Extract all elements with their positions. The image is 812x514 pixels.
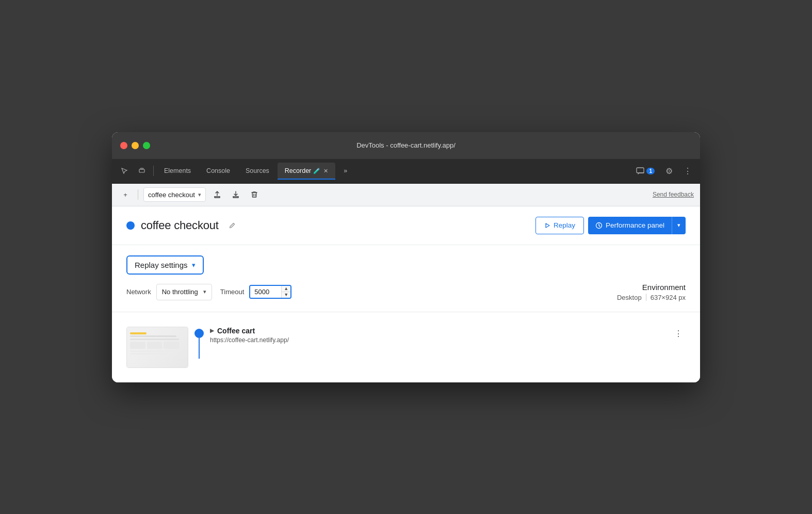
cursor-icon[interactable] — [116, 163, 133, 179]
recording-header: coffee checkout Replay — [112, 206, 700, 245]
timeout-increment-button[interactable]: ▲ — [282, 286, 290, 292]
step-more-button[interactable]: ⋮ — [671, 327, 686, 341]
performance-panel-main-button[interactable]: Performance panel — [588, 217, 672, 234]
traffic-lights — [120, 142, 150, 149]
toolbar-separator — [138, 189, 138, 200]
flask-icon: 🧪 — [313, 168, 320, 174]
timeout-settings-group: Timeout ▲ ▼ — [220, 285, 291, 299]
step-content: ▶ Coffee cart https://coffee-cart.netlif… — [210, 327, 665, 344]
tab-sources[interactable]: Sources — [238, 163, 277, 179]
send-feedback-link[interactable]: Send feedback — [653, 191, 694, 198]
tab-right-actions: 1 ⚙ ⋮ — [632, 163, 696, 179]
timeout-input[interactable] — [250, 286, 281, 298]
tab-recorder[interactable]: Recorder 🧪 ✕ — [278, 163, 335, 179]
replay-settings-toggle[interactable]: Replay settings ▾ — [126, 255, 204, 275]
svg-rect-1 — [140, 168, 143, 169]
main-content: coffee checkout Replay — [112, 206, 700, 382]
chat-badge-button[interactable]: 1 — [632, 165, 659, 177]
timeout-spinners: ▲ ▼ — [281, 286, 290, 298]
thumbnail-inner — [127, 327, 188, 367]
network-throttling-select[interactable]: No throttling ▾ — [156, 284, 212, 300]
edit-title-button[interactable] — [225, 218, 239, 233]
step-expand-icon[interactable]: ▶ — [210, 328, 214, 333]
recording-name-text: coffee checkout — [148, 191, 195, 199]
export-button[interactable] — [210, 187, 224, 202]
chevron-down-icon: ▾ — [203, 288, 206, 295]
environment-details: Desktop 637×924 px — [617, 294, 686, 301]
minimize-button[interactable] — [132, 142, 139, 149]
svg-rect-2 — [637, 168, 644, 173]
recording-title: coffee checkout — [141, 219, 219, 232]
header-right-actions: Replay Performance panel ▾ — [535, 217, 686, 234]
tab-close-icon[interactable]: ✕ — [323, 168, 328, 174]
chevron-down-icon: ▾ — [198, 191, 201, 198]
step-dot — [194, 329, 204, 338]
settings-icon[interactable]: ⚙ — [661, 163, 677, 179]
timeout-input-wrapper: ▲ ▼ — [249, 285, 291, 299]
import-button[interactable] — [229, 187, 243, 202]
environment-group: Environment Desktop 637×924 px — [617, 283, 686, 301]
layers-icon[interactable] — [134, 163, 150, 179]
devtools-window: DevTools - coffee-cart.netlify.app/ Elem… — [112, 132, 700, 382]
environment-device: Desktop — [617, 294, 642, 301]
chevron-down-icon: ▾ — [677, 222, 680, 229]
step-url: https://coffee-cart.netlify.app/ — [210, 336, 665, 344]
window-title: DevTools - coffee-cart.netlify.app/ — [356, 141, 456, 149]
performance-panel-button-group: Performance panel ▾ — [588, 217, 686, 234]
tab-more-button[interactable]: » — [336, 163, 354, 179]
step-connector — [194, 327, 204, 359]
step-thumbnail — [126, 327, 188, 368]
step-line — [199, 338, 200, 359]
delete-button[interactable] — [247, 187, 262, 202]
settings-row: Network No throttling ▾ Timeout ▲ ▼ — [126, 283, 686, 301]
network-label: Network — [126, 288, 151, 296]
env-separator — [646, 294, 646, 301]
toolbar: + coffee checkout ▾ — [112, 184, 700, 206]
recording-status-dot — [126, 221, 135, 230]
recording-selector[interactable]: coffee checkout ▾ — [143, 187, 206, 202]
environment-resolution: 637×924 px — [651, 294, 686, 301]
performance-panel-dropdown-button[interactable]: ▾ — [672, 217, 686, 234]
badge-count: 1 — [646, 168, 655, 174]
timeout-decrement-button[interactable]: ▼ — [282, 292, 290, 298]
tab-bar: Elements Console Sources Recorder 🧪 ✕ » … — [112, 159, 700, 184]
tab-elements[interactable]: Elements — [157, 163, 198, 179]
steps-section: ▶ Coffee cart https://coffee-cart.netlif… — [112, 312, 700, 382]
timeout-label: Timeout — [220, 288, 244, 296]
title-bar: DevTools - coffee-cart.netlify.app/ — [112, 132, 700, 159]
more-vert-icon[interactable]: ⋮ — [679, 163, 696, 179]
step-item: ▶ Coffee cart https://coffee-cart.netlif… — [126, 320, 686, 374]
network-settings-group: Network No throttling ▾ — [126, 284, 212, 300]
environment-title: Environment — [617, 283, 686, 292]
tab-console[interactable]: Console — [199, 163, 237, 179]
svg-rect-0 — [139, 169, 144, 172]
add-recording-button[interactable]: + — [118, 187, 133, 202]
close-button[interactable] — [120, 142, 127, 149]
tab-separator — [153, 166, 154, 176]
maximize-button[interactable] — [143, 142, 150, 149]
chevron-down-icon: ▾ — [192, 261, 196, 269]
replay-settings-section: Replay settings ▾ Network No throttling … — [112, 245, 700, 312]
replay-button[interactable]: Replay — [535, 217, 584, 234]
step-title: ▶ Coffee cart — [210, 327, 665, 335]
